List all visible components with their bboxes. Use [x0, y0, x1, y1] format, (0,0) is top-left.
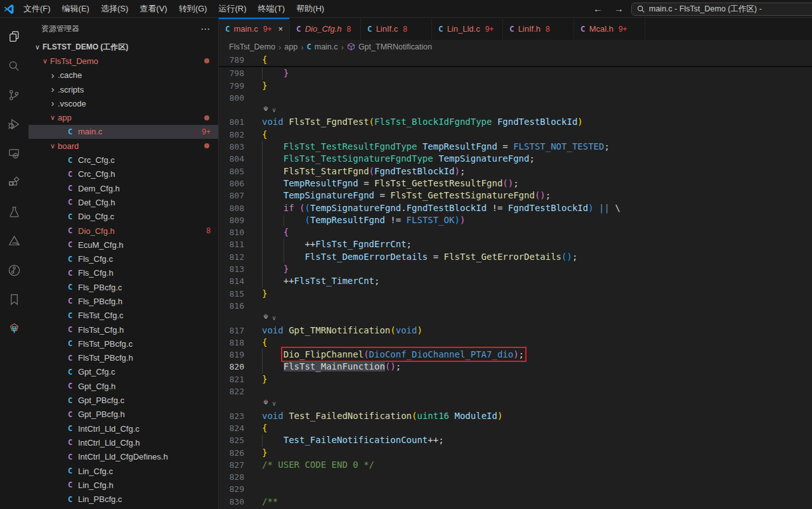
- folder-FLSTST_DEMO (工作区)[interactable]: ∨FLSTST_DEMO (工作区): [29, 40, 218, 54]
- source-control-icon[interactable]: [0, 81, 29, 109]
- line-number: 789: [219, 54, 262, 66]
- file-Crc_Cfg.c[interactable]: CCrc_Cfg.c: [29, 153, 218, 167]
- h-file-icon: C: [65, 480, 75, 489]
- explorer-more-actions-button[interactable]: ⋯: [200, 23, 211, 35]
- ai-codelens-icon[interactable]: [262, 312, 270, 324]
- file-Fls_PBcfg.c[interactable]: CFls_PBcfg.c: [29, 280, 218, 294]
- h-file-icon: C: [580, 24, 586, 34]
- file-Dio_Cfg.c[interactable]: CDio_Cfg.c: [29, 210, 218, 224]
- file-Det_Cfg.h[interactable]: CDet_Cfg.h: [29, 195, 218, 209]
- menu-运行[interactable]: 运行(R): [213, 0, 252, 18]
- tab-Mcal.h[interactable]: CMcal.h9+: [574, 18, 645, 40]
- line-content: {: [262, 422, 812, 434]
- test-beaker-icon[interactable]: [0, 198, 29, 226]
- folder-FlsTst_Demo[interactable]: ∨FlsTst_Demo: [29, 54, 218, 68]
- nav-forward-button[interactable]: →: [614, 3, 624, 14]
- title-bar: 文件(F)编辑(E)选择(S)查看(V)转到(G)运行(R)终端(T)帮助(H)…: [0, 0, 812, 18]
- remote-explorer-icon[interactable]: [0, 139, 29, 167]
- breadcrumb-item-FlsTst_Demo[interactable]: FlsTst_Demo: [229, 42, 275, 51]
- extensions-icon[interactable]: [0, 169, 29, 197]
- folder-.cache[interactable]: ›.cache: [29, 68, 218, 82]
- chevron-right-icon: ›: [48, 70, 58, 81]
- menu-帮助[interactable]: 帮助(H): [291, 0, 330, 18]
- c-file-icon: C: [65, 156, 75, 165]
- menu-选择[interactable]: 选择(S): [95, 0, 134, 18]
- file-FlsTst_Cfg.h[interactable]: CFlsTst_Cfg.h: [29, 323, 218, 337]
- file-Crc_Cfg.h[interactable]: CCrc_Cfg.h: [29, 167, 218, 181]
- tree-item-label: Lin_PBcfg.c: [78, 494, 122, 504]
- explorer-icon[interactable]: [0, 23, 29, 51]
- line-content: (TempResultFgnd != FLSTST_OK)): [262, 214, 812, 226]
- menu-查看[interactable]: 查看(V): [134, 0, 173, 18]
- folder-board[interactable]: ∨board: [29, 139, 218, 153]
- tab-LinIf.c[interactable]: CLinIf.c8: [361, 18, 432, 40]
- ai-codelens-icon[interactable]: [262, 397, 270, 409]
- tree-item-label: FlsTst_Cfg.h: [78, 325, 124, 335]
- chevron-down-icon[interactable]: ∨: [272, 104, 276, 116]
- file-Fls_PBcfg.h[interactable]: CFls_PBcfg.h: [29, 294, 218, 308]
- bookmarks-icon[interactable]: [0, 285, 29, 313]
- file-IntCtrl_Lld_Cfg.h[interactable]: CIntCtrl_Lld_Cfg.h: [29, 435, 218, 449]
- tree-item-label: app: [58, 113, 72, 122]
- git-graph-icon[interactable]: [0, 256, 29, 284]
- file-Gpt_Cfg.h[interactable]: CGpt_Cfg.h: [29, 379, 218, 393]
- file-FlsTst_Cfg.c[interactable]: CFlsTst_Cfg.c: [29, 309, 218, 323]
- line-number: 815: [219, 288, 262, 300]
- line-content: }: [262, 373, 812, 385]
- file-Gpt_PBcfg.c[interactable]: CGpt_PBcfg.c: [29, 393, 218, 407]
- file-Fls_Cfg.h[interactable]: CFls_Cfg.h: [29, 266, 218, 280]
- breadcrumb-item-app[interactable]: app: [284, 42, 298, 51]
- breadcrumb-item-main.c[interactable]: main.c: [315, 42, 338, 51]
- file-main.c[interactable]: Cmain.c9+: [29, 125, 218, 139]
- tree-item-label: board: [58, 141, 79, 151]
- file-Gpt_PBcfg.h[interactable]: CGpt_PBcfg.h: [29, 408, 218, 422]
- h-file-icon: C: [65, 170, 75, 179]
- file-Lin_Cfg.h[interactable]: CLin_Cfg.h: [29, 478, 218, 492]
- menu-文件[interactable]: 文件(F): [18, 0, 56, 18]
- file-Gpt_Cfg.c[interactable]: CGpt_Cfg.c: [29, 365, 218, 379]
- tab-Lin_Lld.c[interactable]: CLin_Lld.c9+: [432, 18, 503, 40]
- tool-a-icon[interactable]: [0, 227, 29, 255]
- explorer-sidebar: 资源管理器 ⋯ ∨FLSTST_DEMO (工作区)∨FlsTst_Demo›.…: [29, 18, 219, 509]
- indent-guide: [262, 67, 263, 79]
- tab-LinIf.h[interactable]: CLinIf.h8: [503, 18, 574, 40]
- file-IntCtrl_Lld_Cfg.c[interactable]: CIntCtrl_Lld_Cfg.c: [29, 422, 218, 435]
- file-Dem_Cfg.h[interactable]: CDem_Cfg.h: [29, 181, 218, 195]
- code-line-800: 800: [219, 92, 812, 104]
- command-center-search[interactable]: main.c - FlsTst_Demo (工作区) -: [631, 3, 812, 16]
- chevron-down-icon[interactable]: ∨: [272, 397, 276, 409]
- menu-终端[interactable]: 终端(T): [252, 0, 291, 18]
- file-EcuM_Cfg.h[interactable]: CEcuM_Cfg.h: [29, 238, 218, 252]
- line-content: {: [262, 129, 812, 141]
- search-icon[interactable]: [0, 52, 29, 80]
- nav-back-button[interactable]: ←: [593, 3, 603, 14]
- ai-codelens-icon[interactable]: [262, 104, 270, 116]
- breadcrumb[interactable]: FlsTst_Demo›app›Cmain.c›Gpt_TMRNotificat…: [219, 40, 812, 54]
- code-editor[interactable]: 789{798 }799}800∨801void FlsTst_FgndTest…: [219, 54, 812, 509]
- tab-Dio_Cfg.h[interactable]: CDio_Cfg.h8: [290, 18, 361, 40]
- file-tree: ∨FLSTST_DEMO (工作区)∨FlsTst_Demo›.cache›.s…: [29, 40, 218, 506]
- folder-.vscode[interactable]: ›.vscode: [29, 96, 218, 110]
- folder-app[interactable]: ∨app: [29, 110, 218, 124]
- file-FlsTst_PBcfg.c[interactable]: CFlsTst_PBcfg.c: [29, 337, 218, 351]
- run-debug-icon[interactable]: [0, 110, 29, 138]
- breadcrumb-item-Gpt_TMRNotification[interactable]: Gpt_TMRNotification: [358, 42, 432, 51]
- chevron-right-icon: ›: [48, 98, 58, 108]
- close-icon[interactable]: ×: [278, 24, 284, 34]
- tab-problems-badge: 9+: [485, 25, 494, 34]
- tab-bar: Cmain.c9+×CDio_Cfg.h8CLinIf.c8CLin_Lld.c…: [219, 18, 812, 40]
- tab-main.c[interactable]: Cmain.c9+×: [219, 18, 290, 40]
- folder-.scripts[interactable]: ›.scripts: [29, 82, 218, 96]
- ai-extension-icon[interactable]: [0, 314, 29, 342]
- code-line-806: 806 TempResultFgnd = FlsTst_GetTestResul…: [219, 177, 812, 190]
- file-Dio_Cfg.h[interactable]: CDio_Cfg.h8: [29, 224, 218, 238]
- menu-转到[interactable]: 转到(G): [173, 0, 213, 18]
- file-IntCtrl_Lld_CfgDefines.h[interactable]: CIntCtrl_Lld_CfgDefines.h: [29, 450, 218, 464]
- file-Lin_Cfg.c[interactable]: CLin_Cfg.c: [29, 464, 218, 478]
- file-Lin_PBcfg.c[interactable]: CLin_PBcfg.c: [29, 493, 218, 506]
- explorer-title: 资源管理器: [41, 23, 79, 34]
- file-Fls_Cfg.c[interactable]: CFls_Cfg.c: [29, 252, 218, 266]
- menu-编辑[interactable]: 编辑(E): [56, 0, 95, 18]
- file-FlsTst_PBcfg.h[interactable]: CFlsTst_PBcfg.h: [29, 351, 218, 365]
- chevron-down-icon[interactable]: ∨: [272, 312, 276, 324]
